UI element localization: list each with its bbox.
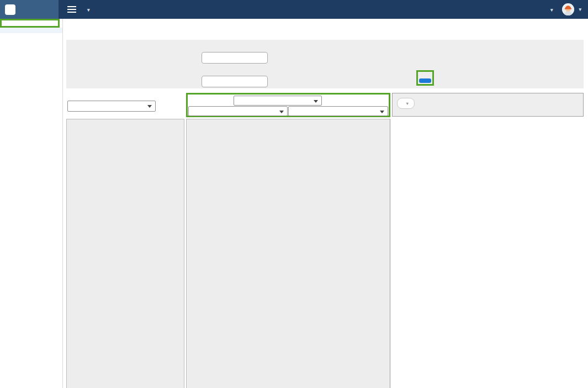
- top-navbar: ▾ ▾ ▾: [0, 0, 588, 19]
- chevron-down-icon: [314, 100, 318, 103]
- org-selector[interactable]: ▾: [85, 6, 90, 13]
- to-date-input[interactable]: [202, 76, 268, 87]
- sidebar-reports-submenu: [0, 28, 62, 33]
- aggregator-arg1-select[interactable]: [188, 106, 288, 116]
- user-menu[interactable]: ▾: [562, 3, 581, 15]
- synchro-perform-logo: [0, 0, 59, 19]
- from-date-label: [202, 43, 268, 51]
- annotation-box-aggregator: [186, 93, 390, 117]
- aggregator-select[interactable]: [234, 96, 322, 106]
- to-date-label: [202, 67, 268, 75]
- renderer-select[interactable]: [67, 101, 156, 112]
- help-menu[interactable]: ▾: [548, 6, 553, 13]
- pivot-field-pill-work-date[interactable]: ▼: [397, 98, 415, 109]
- annotation-box-generate: [416, 70, 434, 86]
- row-fields-column: [186, 119, 390, 388]
- avatar: [562, 3, 574, 15]
- available-fields-column: [66, 119, 184, 388]
- from-date-input[interactable]: [202, 52, 268, 64]
- chevron-down-icon: ▾: [87, 7, 90, 13]
- chevron-down-icon: ▼: [405, 101, 409, 106]
- chevron-down-icon: ▾: [579, 7, 581, 12]
- chevron-down-icon: [279, 111, 284, 113]
- column-fields-dropzone: ▼: [392, 93, 584, 117]
- chevron-down-icon: [147, 105, 152, 108]
- navbar-right: ▾ ▾: [528, 3, 588, 15]
- synchro-logo-icon: [5, 4, 15, 15]
- generate-button[interactable]: [419, 78, 431, 83]
- date-range-form: [66, 40, 584, 88]
- sidebar-item-reports[interactable]: [0, 19, 60, 28]
- chevron-down-icon: [380, 111, 384, 113]
- aggregator-arg2-select[interactable]: [288, 106, 388, 116]
- main-content: ▼: [63, 19, 588, 388]
- settings-button[interactable]: [537, 6, 539, 14]
- sidebar-nav: [0, 19, 63, 388]
- menu-icon[interactable]: [67, 4, 76, 14]
- chevron-down-icon: ▾: [550, 7, 553, 13]
